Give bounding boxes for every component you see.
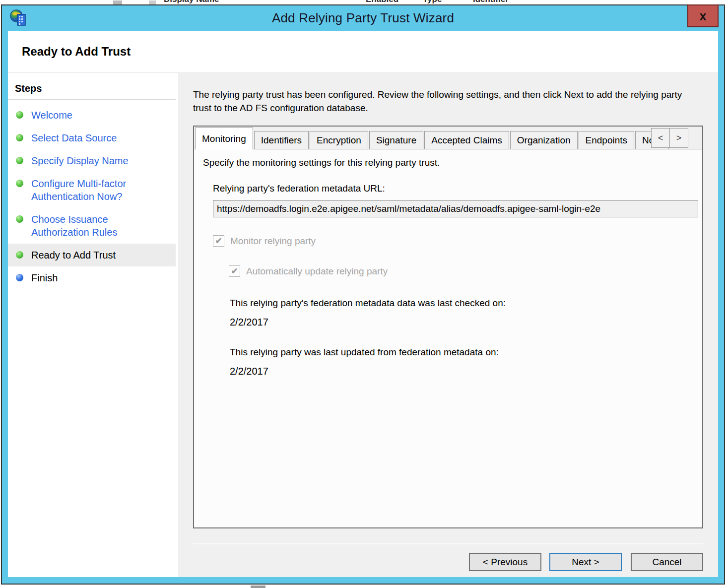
close-button[interactable]: x bbox=[687, 4, 719, 27]
tab-monitoring[interactable]: Monitoring bbox=[195, 128, 253, 149]
intro-text: The relying party trust has been configu… bbox=[193, 88, 692, 115]
step-label: Welcome bbox=[31, 109, 72, 122]
tab-scroll-buttons: < > bbox=[652, 128, 688, 148]
background-column-header: Identifier bbox=[473, 0, 509, 4]
tab-encryption[interactable]: Encryption bbox=[310, 131, 368, 149]
next-button[interactable]: Next > bbox=[549, 553, 622, 571]
auto-update-relying-party-checkbox: ✔ bbox=[229, 265, 240, 277]
step-label: Choose Issuance Authorization Rules bbox=[31, 213, 155, 239]
tab-label: Identifiers bbox=[261, 135, 302, 146]
content-row: Steps Welcome Select Data Source Specify… bbox=[8, 73, 718, 577]
close-icon: x bbox=[700, 10, 707, 22]
cancel-button[interactable]: Cancel bbox=[631, 553, 703, 571]
tab-signature[interactable]: Signature bbox=[369, 131, 423, 149]
step-label: Configure Multi-factor Authentication No… bbox=[31, 177, 155, 203]
background-column-header: Type bbox=[423, 0, 442, 4]
checkmark-icon: ✔ bbox=[231, 266, 238, 276]
steps-sidebar: Steps Welcome Select Data Source Specify… bbox=[8, 73, 176, 577]
tab-label: Accepted Claims bbox=[431, 135, 502, 146]
page-header: Ready to Add Trust bbox=[8, 31, 718, 73]
auto-update-relying-party-label: Automatically update relying party bbox=[246, 266, 388, 277]
tab-scroll-left-button[interactable]: < bbox=[651, 128, 670, 148]
monitor-relying-party-checkbox: ✔ bbox=[213, 235, 224, 247]
tab-label: Organization bbox=[517, 135, 571, 146]
previous-button[interactable]: < Previous bbox=[469, 553, 541, 571]
step-completed-bullet-icon bbox=[16, 134, 23, 141]
monitor-relying-party-row: ✔ Monitor relying party bbox=[213, 235, 690, 247]
monitor-relying-party-label: Monitor relying party bbox=[230, 236, 316, 247]
settings-tab-control: Monitoring Identifiers Encryption Signat… bbox=[193, 126, 703, 528]
last-updated-date: 2/2/2017 bbox=[230, 366, 690, 377]
step-item-finish: Finish bbox=[8, 266, 176, 289]
step-label: Specify Display Name bbox=[31, 154, 129, 167]
background-window-top: Display Name Enabled Type Identifier bbox=[0, 0, 726, 4]
background-column-header: Display Name bbox=[164, 0, 219, 4]
tab-accepted-claims[interactable]: Accepted Claims bbox=[424, 131, 509, 149]
page-title: Ready to Add Trust bbox=[22, 45, 131, 59]
background-window-bottom bbox=[0, 585, 726, 588]
tab-identifiers[interactable]: Identifiers bbox=[254, 131, 309, 149]
federation-metadata-url-input[interactable] bbox=[213, 200, 698, 217]
tab-label: Encryption bbox=[317, 135, 361, 146]
wizard-footer: < Previous Next > Cancel bbox=[193, 543, 703, 577]
tab-endpoints[interactable]: Endpoints bbox=[579, 131, 635, 149]
federation-metadata-url-label: Relying party's federation metadata URL: bbox=[213, 183, 690, 194]
step-label: Finish bbox=[31, 271, 58, 284]
background-scrollbar-fragment bbox=[113, 0, 122, 4]
chevron-right-icon: > bbox=[676, 133, 682, 143]
last-checked-date: 2/2/2017 bbox=[230, 317, 690, 328]
dialog-body: Ready to Add Trust Steps Welcome Select … bbox=[8, 31, 718, 577]
add-relying-party-trust-wizard-dialog: Add Relying Party Trust Wizard x Ready t… bbox=[1, 4, 725, 585]
step-item-select-data-source[interactable]: Select Data Source bbox=[8, 127, 176, 149]
window-title: Add Relying Party Trust Wizard bbox=[272, 10, 454, 26]
step-completed-bullet-icon bbox=[16, 111, 23, 119]
titlebar: Add Relying Party Trust Wizard x bbox=[2, 5, 724, 31]
step-pending-bullet-icon bbox=[16, 274, 23, 281]
tab-strip: Monitoring Identifiers Encryption Signat… bbox=[194, 127, 702, 149]
monitoring-tab-page: Specify the monitoring settings for this… bbox=[194, 149, 702, 527]
step-item-specify-display-name[interactable]: Specify Display Name bbox=[8, 149, 176, 172]
checkmark-icon: ✔ bbox=[215, 236, 222, 246]
step-completed-bullet-icon bbox=[16, 157, 23, 164]
last-updated-label: This relying party was last updated from… bbox=[230, 347, 690, 358]
steps-heading: Steps bbox=[8, 79, 176, 100]
monitoring-instruction: Specify the monitoring settings for this… bbox=[203, 157, 690, 168]
tab-label: Signature bbox=[376, 135, 416, 146]
tab-label: Endpoints bbox=[586, 135, 628, 146]
step-completed-bullet-icon bbox=[16, 180, 23, 187]
tab-organization[interactable]: Organization bbox=[510, 131, 578, 149]
step-item-configure-mfa[interactable]: Configure Multi-factor Authentication No… bbox=[8, 172, 176, 208]
chevron-left-icon: < bbox=[658, 133, 663, 143]
background-fragment bbox=[251, 586, 265, 588]
background-column-fragment bbox=[149, 0, 156, 4]
last-checked-label: This relying party's federation metadata… bbox=[230, 298, 690, 309]
step-item-choose-issuance-rules[interactable]: Choose Issuance Authorization Rules bbox=[8, 208, 176, 244]
step-completed-bullet-icon bbox=[16, 215, 23, 223]
tab-scroll-right-button[interactable]: > bbox=[669, 128, 688, 148]
auto-update-relying-party-row: ✔ Automatically update relying party bbox=[229, 265, 690, 277]
step-label: Ready to Add Trust bbox=[31, 249, 116, 261]
tab-label: Monitoring bbox=[202, 133, 246, 144]
step-item-welcome[interactable]: Welcome bbox=[8, 104, 176, 127]
step-item-ready-to-add-trust: Ready to Add Trust bbox=[8, 244, 176, 266]
step-label: Select Data Source bbox=[31, 131, 117, 144]
main-pane: The relying party trust has been configu… bbox=[176, 73, 718, 577]
background-column-header: Enabled bbox=[366, 0, 398, 4]
adfs-wizard-icon bbox=[9, 9, 28, 28]
step-completed-bullet-icon bbox=[16, 251, 23, 259]
